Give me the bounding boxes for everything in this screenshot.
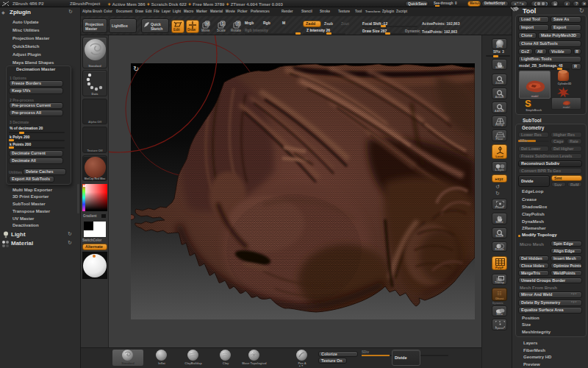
svg-text:M: M (206, 21, 209, 26)
svg-text:↻: ↻ (133, 65, 139, 73)
svg-text:R: R (237, 21, 240, 26)
